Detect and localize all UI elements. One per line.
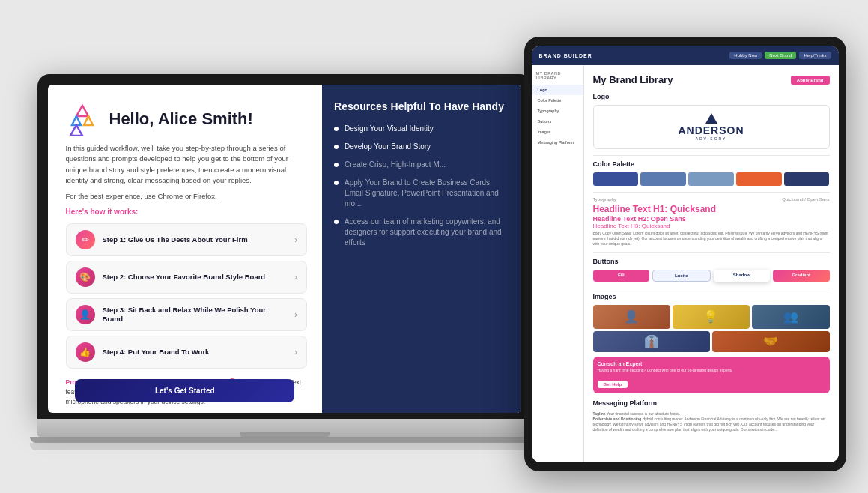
- step-item-1[interactable]: ✏ Step 1: Give Us The Deets About Your F…: [66, 223, 308, 256]
- tablet-main-content: My Brand Library Apply Brand Logo ANDERS…: [584, 65, 839, 462]
- buttons-section-label: Buttons: [593, 258, 830, 265]
- sidebar-item-messaging[interactable]: Messaging Platform: [532, 137, 583, 148]
- image-thumb-3: 👥: [752, 305, 829, 329]
- step-3-chevron-icon: ›: [294, 309, 297, 320]
- laptop-bottom: [30, 443, 539, 450]
- intro-text: In this guided workflow, we'll take you …: [66, 143, 308, 186]
- image-group: 👥: [752, 305, 829, 329]
- image-thumb-4: 👔: [593, 331, 711, 352]
- step-1-icon: ✏: [76, 230, 95, 249]
- image-thumb-5: 🤝: [712, 331, 830, 352]
- steps-list: ✏ Step 1: Give Us The Deets About Your F…: [66, 223, 308, 369]
- resources-list: Design Your Visual Identity Develop Your…: [334, 124, 509, 248]
- lucite-button[interactable]: Lucite: [652, 270, 711, 282]
- start-button[interactable]: Let's Get Started: [75, 379, 294, 402]
- typography-h2: Headline Text H2: Open Sans: [593, 215, 830, 223]
- company-name: ANDERSON: [601, 125, 822, 136]
- color-palette-swatches: [593, 172, 830, 186]
- color-palette-label: Color Palette: [593, 160, 830, 168]
- tagline-label: Tagline: [593, 411, 606, 416]
- resource-item-2: Develop Your Brand Story: [334, 142, 509, 152]
- section-divider-4: [593, 288, 830, 288]
- sidebar-item-logo[interactable]: Logo: [532, 85, 583, 95]
- typography-label: Typography Quicksand / Open Sans: [593, 197, 830, 202]
- browser-note: For the best experience, use Chrome or F…: [66, 192, 308, 200]
- consult-title: Consult an Expert: [598, 361, 825, 366]
- resource-item-4: Apply Your Brand to Create Business Card…: [334, 178, 509, 209]
- tablet-logo: BRAND BUILDER: [539, 53, 592, 58]
- images-grid-top: 👤 💡 👥: [593, 305, 830, 329]
- sidebar-item-typography[interactable]: Typography: [532, 106, 583, 116]
- resource-item-3: Create Crisp, High-Impact M...: [334, 160, 509, 170]
- resource-text-3: Create Crisp, High-Impact M...: [345, 160, 446, 170]
- app-logo-icon: [66, 103, 99, 136]
- laptop-screen: Hello, Alice Smith! In this guided workf…: [37, 74, 532, 419]
- bullet-icon: [334, 163, 339, 167]
- buttons-section: Buttons Fill Lucite Shadow Gradient: [593, 258, 830, 282]
- step-item-4[interactable]: 👍 Step 4: Put Your Brand To Work ›: [66, 336, 308, 369]
- fill-button[interactable]: Fill: [593, 270, 650, 282]
- consult-get-help-button[interactable]: Get Help: [598, 381, 628, 388]
- images-section-label: Images: [593, 293, 830, 300]
- sidebar-item-images[interactable]: Images: [532, 127, 583, 137]
- step-1-label: Step 1: Give Us The Deets About Your Fir…: [103, 235, 288, 244]
- resource-text-5: Access our team of marketing copywriters…: [345, 217, 509, 248]
- company-subtitle: ADVISORY: [601, 136, 822, 141]
- next-brand-button[interactable]: Next Brand: [765, 52, 796, 59]
- tablet-device: BRAND BUILDER Hubby Now Next Brand Help/…: [524, 37, 846, 471]
- step-3-icon: 👤: [76, 305, 95, 324]
- image-thumb-2: 💡: [673, 305, 750, 329]
- images-section: Images 👤 💡 👥: [593, 293, 830, 352]
- bullet-icon: [334, 220, 339, 224]
- messaging-tagline-label: Tagline Your financial success is our ab…: [593, 411, 830, 417]
- brand-library-header: My Brand Library Apply Brand: [593, 74, 830, 85]
- resource-text-4: Apply Your Brand to Create Business Card…: [345, 178, 509, 209]
- tablet-nav-buttons: Hubby Now Next Brand Help/Trinks: [729, 52, 831, 59]
- help-button[interactable]: Help/Trinks: [799, 52, 831, 59]
- font-info: Quicksand / Open Sans: [782, 197, 829, 202]
- tablet-topbar: BRAND BUILDER Hubby Now Next Brand Help/…: [532, 46, 839, 65]
- messaging-section-label: Messaging Platform: [593, 399, 830, 407]
- logo-section-label: Logo: [593, 93, 830, 100]
- step-4-chevron-icon: ›: [294, 347, 297, 357]
- laptop-hinge: [30, 437, 539, 443]
- how-it-works-label: Here's how it works:: [66, 208, 308, 216]
- logo-triangle-icon: [705, 113, 717, 124]
- image-lightbulb: 💡: [673, 305, 750, 329]
- step-4-label: Step 4: Put Your Brand To Work: [103, 348, 288, 357]
- bullet-icon: [334, 127, 339, 131]
- brand-library-title: My Brand Library: [593, 74, 673, 85]
- sidebar-item-color[interactable]: Color Palette: [532, 95, 583, 106]
- images-grid-bottom: 👔 🤝: [593, 331, 830, 352]
- shadow-button[interactable]: Shadow: [714, 270, 771, 282]
- typography-body: Body Copy Open Sans: Lorem ipsum dolor s…: [593, 231, 830, 246]
- messaging-section: Messaging Platform Tagline Your financia…: [593, 399, 830, 432]
- step-item-2[interactable]: 🎨 Step 2: Choose Your Favorite Brand Sty…: [66, 261, 308, 294]
- apply-brand-button[interactable]: Apply Brand: [791, 76, 830, 85]
- tagline-text: Your financial success is our absolute f…: [607, 411, 680, 416]
- color-swatch-5: [784, 172, 830, 186]
- step-item-3[interactable]: 👤 Step 3: Sit Back and Relax While We Po…: [66, 298, 308, 331]
- gradient-button[interactable]: Gradient: [773, 270, 830, 282]
- image-person-3: 🤝: [712, 331, 830, 352]
- tablet-sidebar: My Brand Library Logo Color Palette Typo…: [532, 65, 584, 462]
- tablet-content: My Brand Library Logo Color Palette Typo…: [532, 65, 839, 462]
- boilerplate-label: Boilerplate and Positioning: [593, 417, 642, 421]
- resource-text-2: Develop Your Brand Story: [345, 142, 431, 152]
- color-swatch-2: [640, 172, 686, 186]
- messaging-boilerplate: Boilerplate and Positioning Hybrid consu…: [593, 417, 830, 432]
- typography-h3: Headline Text H3: Quicksand: [593, 223, 830, 229]
- svg-marker-2: [84, 116, 93, 125]
- resource-item-1: Design Your Visual Identity: [334, 124, 509, 134]
- laptop-content: Hello, Alice Smith! In this guided workf…: [48, 85, 521, 413]
- svg-marker-0: [76, 106, 88, 116]
- hubby-now-button[interactable]: Hubby Now: [729, 52, 762, 59]
- typography-section-title: Typography: [593, 197, 616, 202]
- main-scene: Hello, Alice Smith! In this guided workf…: [22, 14, 846, 479]
- step-3-label: Step 3: Sit Back and Relax While We Poli…: [103, 306, 288, 324]
- resource-item-5: Access our team of marketing copywriters…: [334, 217, 509, 248]
- laptop-right-panel: Resources Helpful To Have Handy Design Y…: [322, 85, 521, 413]
- resource-text-1: Design Your Visual Identity: [345, 124, 434, 134]
- sidebar-brand-title: My Brand Library: [532, 71, 583, 80]
- sidebar-item-buttons[interactable]: Buttons: [532, 116, 583, 127]
